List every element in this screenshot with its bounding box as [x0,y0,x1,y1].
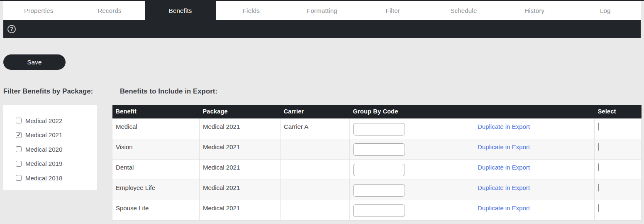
group-by-code-input[interactable] [353,143,405,156]
group-by-code-cell [350,200,474,220]
column-header-package: Package [200,105,281,118]
duplicate-in-export-link[interactable]: Duplicate in Export [478,143,530,150]
checkbox-medical-2021[interactable] [16,132,22,138]
tab-benefits[interactable]: Benefits [145,1,216,20]
tab-history[interactable]: History [499,1,570,20]
filter-option-label: Medical 2018 [25,175,62,182]
filter-option-medical-2022[interactable]: Medical 2022 [16,113,97,128]
duplicate-in-export-link[interactable]: Duplicate in Export [478,184,530,191]
column-header-select: Select [595,105,642,118]
action-cell: Duplicate in Export [474,139,595,159]
benefit-cell: Spouse Life [112,200,200,220]
package-cell: Medical 2021 [200,180,281,200]
package-filter-panel: Medical 2022 Medical 2021 Medical 2020 M… [3,105,97,190]
action-cell: Duplicate in Export [474,180,595,200]
group-by-code-cell [350,118,474,139]
tab-formatting[interactable]: Formatting [287,1,358,20]
filter-option-label: Medical 2019 [25,160,62,167]
tab-schedule[interactable]: Schedule [428,1,499,20]
select-cell [595,118,642,139]
select-checkbox[interactable] [598,123,599,130]
carrier-cell [281,200,350,220]
duplicate-in-export-link[interactable]: Duplicate in Export [478,204,530,212]
select-checkbox[interactable] [598,163,599,171]
select-cell [595,139,642,159]
column-header-benefit: Benefit [112,105,200,118]
select-cell [595,200,642,220]
select-checkbox[interactable] [598,143,599,151]
select-checkbox[interactable] [598,184,599,192]
benefits-table-heading: Benefits to Include in Export: [120,87,217,95]
group-by-code-input[interactable] [353,123,405,135]
carrier-cell [281,180,350,200]
table-row: Vision Medical 2021 Duplicate in Export [112,139,642,159]
filter-option-medical-2021[interactable]: Medical 2021 [16,128,97,143]
checkbox-medical-2022[interactable] [16,118,22,123]
duplicate-in-export-link[interactable]: Duplicate in Export [478,164,530,171]
table-row: Medical Medical 2021 Carrier A Duplicate… [112,118,642,139]
carrier-cell [281,159,350,180]
duplicate-in-export-link[interactable]: Duplicate in Export [478,123,530,130]
filter-option-label: Medical 2020 [25,146,62,153]
select-cell [595,180,642,200]
group-by-code-cell [350,180,474,200]
package-cell: Medical 2021 [200,118,281,139]
benefit-cell: Dental [112,159,200,180]
sub-toolbar: ? [3,20,641,38]
table-row: Employee Life Medical 2021 Duplicate in … [112,180,642,200]
column-header-carrier: Carrier [281,105,350,118]
tab-records[interactable]: Records [74,1,145,20]
action-cell: Duplicate in Export [474,118,595,139]
benefit-cell: Vision [112,139,200,159]
group-by-code-cell [350,139,474,159]
carrier-cell: Carrier A [281,118,350,139]
tab-properties[interactable]: Properties [3,1,74,20]
group-by-code-input[interactable] [353,164,405,176]
page: Properties Records Benefits Fields Forma… [0,0,644,224]
table-header-row: Benefit Package Carrier Group By Code Se… [112,105,642,118]
filter-option-medical-2020[interactable]: Medical 2020 [16,142,97,157]
help-icon[interactable]: ? [7,25,16,33]
column-header-action [474,105,595,118]
column-header-group-by-code: Group By Code [350,105,474,118]
filter-panel-heading: Filter Benefits by Package: [3,87,93,95]
table-row: Dental Medical 2021 Duplicate in Export [112,159,642,180]
package-cell: Medical 2021 [200,200,281,220]
group-by-code-cell [350,159,474,180]
save-button[interactable]: Save [3,54,66,70]
select-cell [595,159,642,180]
filter-option-medical-2019[interactable]: Medical 2019 [16,157,97,171]
benefit-cell: Medical [112,118,200,139]
filter-option-label: Medical 2021 [25,131,62,138]
tab-bar: Properties Records Benefits Fields Forma… [3,1,641,20]
group-by-code-input[interactable] [353,204,405,217]
checkbox-medical-2018[interactable] [16,175,22,181]
table-row: Spouse Life Medical 2021 Duplicate in Ex… [112,200,642,220]
checkbox-medical-2019[interactable] [16,161,22,167]
tab-fields[interactable]: Fields [216,1,287,20]
carrier-cell [281,139,350,159]
filter-option-medical-2018[interactable]: Medical 2018 [16,171,97,185]
benefit-cell: Employee Life [112,180,200,200]
select-checkbox[interactable] [598,204,599,212]
group-by-code-input[interactable] [353,184,405,197]
action-cell: Duplicate in Export [474,159,595,180]
filter-option-label: Medical 2022 [25,117,62,124]
checkbox-medical-2020[interactable] [16,146,22,152]
tab-log[interactable]: Log [570,1,641,20]
tab-filter[interactable]: Filter [357,1,428,20]
package-cell: Medical 2021 [200,159,281,180]
action-cell: Duplicate in Export [474,200,595,220]
benefits-table: Benefit Package Carrier Group By Code Se… [112,105,642,221]
package-cell: Medical 2021 [200,139,281,159]
